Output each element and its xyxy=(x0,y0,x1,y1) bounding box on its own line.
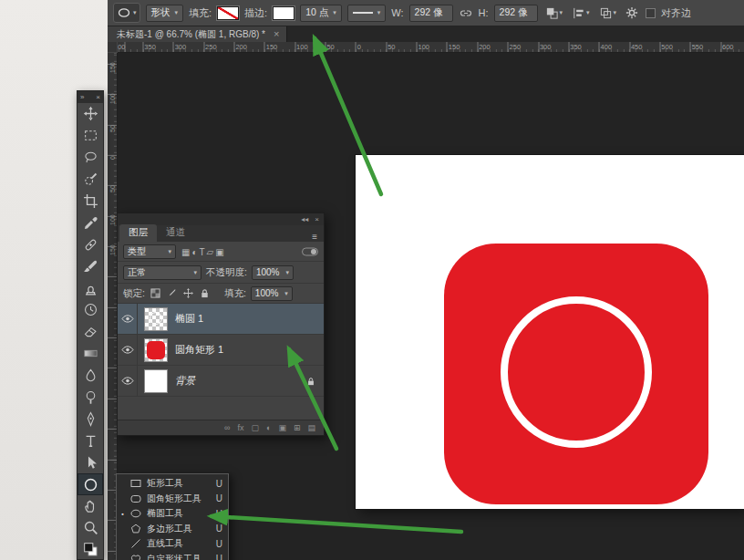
panel-menu-icon[interactable]: ≡ xyxy=(305,232,324,242)
flyout-item-rectangle-tool[interactable]: 矩形工具U xyxy=(117,476,228,492)
red-rounded-rectangle-shape[interactable] xyxy=(444,244,708,504)
lasso-tool-button[interactable] xyxy=(78,147,103,169)
filter-pixel-layers-icon[interactable]: ▦ xyxy=(181,247,191,257)
close-panel-icon[interactable]: × xyxy=(315,215,319,223)
layer-thumbnail[interactable] xyxy=(144,338,168,362)
move-tool-button[interactable] xyxy=(78,103,103,125)
collapse-panel-icon[interactable]: ◂◂ xyxy=(301,215,308,223)
layer-group-icon[interactable]: ▣ xyxy=(278,424,286,432)
layers-panel-tabs: 图层通道 ≡ xyxy=(118,225,324,242)
quick-selection-tool-button[interactable] xyxy=(78,169,103,191)
filter-shape-layers-icon[interactable]: ▱ xyxy=(206,247,215,257)
path-alignment-button[interactable]: ▾ xyxy=(570,4,592,22)
layer-visibility-toggle[interactable] xyxy=(118,304,138,334)
zoom-tool-button[interactable] xyxy=(78,517,103,539)
blur-tool-button[interactable] xyxy=(78,365,103,387)
collapse-panel-icon[interactable]: » xyxy=(80,93,84,101)
ruler-h-label: 250 xyxy=(205,43,217,51)
layer-lock-icon xyxy=(306,377,315,386)
document-tab[interactable]: 未标题-1 @ 66.7% (椭圆 1, RGB/8) * × xyxy=(108,26,287,42)
path-operations-button[interactable]: ▾ xyxy=(543,4,565,22)
layers-panel-tab[interactable]: 通道 xyxy=(157,224,194,242)
flyout-item-custom-shape-tool[interactable]: 自定形状工具U xyxy=(117,552,228,560)
lock-pixels-icon[interactable] xyxy=(166,287,178,299)
blend-mode-value: 正常 xyxy=(128,266,146,279)
path-arrange-button[interactable]: ▾ xyxy=(597,4,619,22)
filter-type-layers-icon[interactable]: T xyxy=(199,247,206,257)
fill-opacity-field[interactable]: 100% ▾ xyxy=(251,286,293,301)
tool-preset-button[interactable]: ▾ xyxy=(113,3,140,23)
crop-tool-button[interactable] xyxy=(78,191,103,213)
clone-stamp-tool-button[interactable] xyxy=(78,277,103,299)
ellipse-tool-button[interactable] xyxy=(78,473,103,495)
eraser-tool-icon xyxy=(83,324,98,339)
gradient-tool-button[interactable] xyxy=(78,343,103,365)
eyedropper-tool-button[interactable] xyxy=(78,212,103,233)
close-panel-icon[interactable]: × xyxy=(96,93,100,101)
layers-panel-tab[interactable]: 图层 xyxy=(119,224,157,242)
ruler-h-label: 550 xyxy=(692,43,704,51)
stroke-style-select[interactable]: ▾ xyxy=(347,5,387,22)
adjustment-layer-icon[interactable]: ◐ xyxy=(266,424,271,432)
ruler-h-label: 0 xyxy=(357,43,361,51)
hand-tool-button[interactable] xyxy=(78,495,103,517)
layer-thumbnail[interactable] xyxy=(144,369,168,393)
document-canvas[interactable] xyxy=(356,155,744,509)
link-dimensions-icon[interactable] xyxy=(459,7,473,19)
healing-brush-tool-button[interactable] xyxy=(78,233,103,255)
filter-adjustment-layers-icon[interactable]: ◐ xyxy=(191,247,198,257)
tool-mode-value: 形状 xyxy=(151,6,170,19)
flyout-item-line-tool[interactable]: 直线工具U xyxy=(117,536,228,552)
layer-filter-type-select[interactable]: 类型 ▾ xyxy=(123,244,176,259)
active-tool-dot-icon: ▪ xyxy=(119,511,126,517)
layer-row[interactable]: 椭圆 1 xyxy=(118,304,324,335)
layer-filter-toggle[interactable] xyxy=(302,247,318,256)
type-tool-button[interactable] xyxy=(78,430,103,451)
lasso-tool-icon xyxy=(83,150,98,165)
layer-visibility-toggle[interactable] xyxy=(118,366,138,396)
ruler-v-label: 50 xyxy=(109,125,116,132)
color-swatches-button[interactable] xyxy=(78,539,103,560)
new-layer-icon[interactable]: ⊞ xyxy=(294,424,301,432)
align-edges-checkbox[interactable] xyxy=(646,8,656,18)
history-brush-tool-button[interactable] xyxy=(78,299,103,321)
layer-row[interactable]: 圆角矩形 1 xyxy=(118,335,324,366)
pen-tool-button[interactable] xyxy=(78,408,103,430)
delete-layer-icon[interactable]: ▤ xyxy=(307,424,315,432)
layer-visibility-toggle[interactable] xyxy=(118,335,138,365)
close-tab-icon[interactable]: × xyxy=(274,29,279,39)
marquee-tool-button[interactable] xyxy=(78,125,103,147)
brush-tool-button[interactable] xyxy=(78,255,103,277)
layers-panel-tab-strip: 图层通道 xyxy=(119,224,194,242)
height-field[interactable]: 292 像 xyxy=(494,5,538,22)
layer-effects-icon[interactable]: fx xyxy=(237,424,243,432)
ruler-h-label: 200 xyxy=(479,43,491,51)
lock-all-icon[interactable] xyxy=(199,287,211,299)
link-layers-icon[interactable]: ∞ xyxy=(224,424,230,432)
layer-mask-icon[interactable]: ▢ xyxy=(251,424,259,432)
crop-tool-icon xyxy=(83,193,98,209)
stroke-swatch[interactable] xyxy=(273,6,294,20)
document-tab-title: 未标题-1 @ 66.7% (椭圆 1, RGB/8) * xyxy=(117,28,265,41)
layer-name: 椭圆 1 xyxy=(175,312,203,326)
flyout-item-rounded-rectangle-tool[interactable]: 圆角矩形工具U xyxy=(117,492,228,507)
geometry-options-button[interactable] xyxy=(624,4,640,22)
chevron-down-icon: ▾ xyxy=(284,290,288,297)
layer-row[interactable]: 背景 xyxy=(118,366,324,397)
layer-thumbnail[interactable] xyxy=(144,307,168,331)
stroke-width-field[interactable]: 10 点 ▾ xyxy=(300,5,342,22)
dodge-tool-button[interactable] xyxy=(78,387,103,409)
flyout-item-polygon-tool[interactable]: 多边形工具U xyxy=(117,522,228,537)
tool-mode-select[interactable]: 形状 ▾ xyxy=(146,5,184,22)
lock-transparency-icon[interactable] xyxy=(150,287,161,299)
path-selection-tool-button[interactable] xyxy=(78,451,103,473)
lock-position-icon[interactable] xyxy=(182,287,194,299)
blend-mode-select[interactable]: 正常 ▾ xyxy=(123,265,202,280)
filter-smart-objects-icon[interactable]: ▣ xyxy=(214,247,224,257)
white-circle-outline-shape[interactable] xyxy=(501,296,652,448)
opacity-field[interactable]: 100% ▾ xyxy=(252,265,294,280)
eraser-tool-button[interactable] xyxy=(78,321,103,343)
fill-swatch[interactable] xyxy=(217,6,239,20)
width-field[interactable]: 292 像 xyxy=(409,5,453,22)
flyout-item-ellipse-tool[interactable]: ▪椭圆工具U xyxy=(117,506,228,522)
